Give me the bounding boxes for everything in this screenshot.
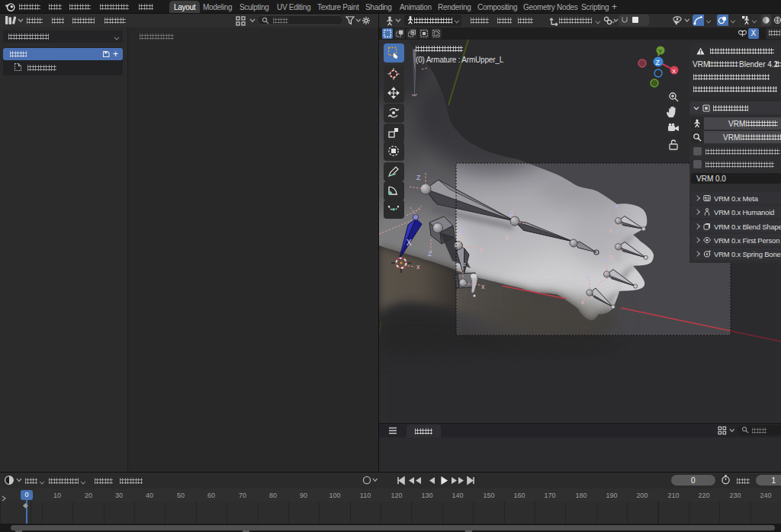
svg-text:z: z [615, 228, 619, 235]
svg-text:x: x [609, 253, 612, 260]
svg-text:Z: Z [509, 210, 514, 217]
svg-text:z: z [587, 274, 590, 280]
svg-text:x: x [416, 263, 420, 271]
svg-text:x: x [505, 233, 509, 241]
svg-text:x: x [481, 283, 485, 290]
svg-text:x: x [480, 245, 484, 253]
svg-text:Z: Z [461, 227, 465, 235]
svg-text:Z: Z [428, 250, 432, 258]
svg-text:z: z [463, 261, 466, 268]
svg-text:Z: Z [656, 59, 660, 66]
svg-text:x: x [598, 280, 601, 287]
svg-text:Z: Z [416, 174, 421, 181]
svg-text:X: X [407, 239, 412, 247]
svg-text:Y: Y [658, 48, 663, 55]
svg-text:z: z [615, 202, 619, 209]
svg-text:x: x [581, 299, 584, 306]
svg-text:X: X [672, 68, 677, 75]
svg-text:x: x [609, 227, 612, 234]
svg-text:z: z [604, 255, 607, 262]
